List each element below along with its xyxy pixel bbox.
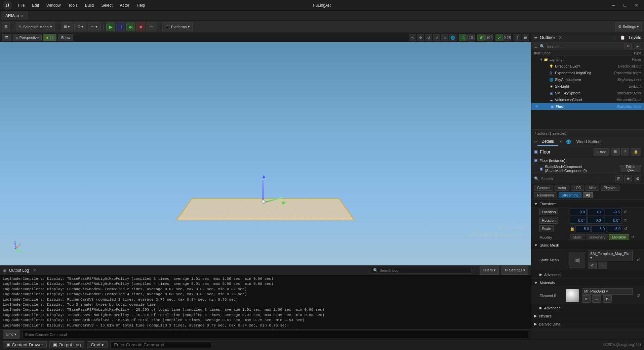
cat-lod[interactable]: LOD — [571, 185, 585, 191]
tab-armap-close[interactable]: ✕ — [21, 14, 24, 18]
stop-button[interactable]: ■ — [136, 23, 145, 31]
cat-actor[interactable]: Actor — [555, 185, 569, 191]
world-tool[interactable]: 🌐 — [449, 34, 456, 41]
details-settings-btn[interactable]: ⚙ — [634, 175, 641, 182]
outliner-search-input[interactable] — [547, 44, 622, 48]
static-mesh-component-row[interactable]: ▣ StaticMeshComponent (StaticMeshCompone… — [531, 164, 644, 174]
cat-streaming[interactable]: Streaming — [559, 192, 581, 198]
details-lock-btn[interactable]: 🔒 — [631, 148, 641, 156]
mobility-stationary[interactable]: Stationary — [586, 234, 609, 240]
3d-viewport[interactable]: ▲ ▶ X Y Z 激活 Windows — [0, 42, 531, 265]
scale-y-input[interactable] — [591, 225, 606, 232]
transform-button[interactable]: ⊞ ▾ — [61, 23, 73, 31]
viewport-options-button[interactable]: ☰ — [2, 34, 11, 41]
physics-section-header[interactable]: ▶ Physics — [531, 312, 644, 320]
cmd-dropdown[interactable]: Cmd ▾ — [3, 330, 19, 339]
lit-button[interactable]: ● Lit — [43, 34, 56, 41]
rotate-size[interactable]: 10° — [485, 34, 493, 41]
scale-x-input[interactable] — [575, 225, 591, 232]
floor-instance-row[interactable]: ▣ Floor (Instance) — [531, 157, 644, 164]
location-x-input[interactable] — [570, 209, 587, 215]
skip-button[interactable]: ⏭ — [126, 23, 135, 31]
mesh-select-dropdown[interactable]: SM_Template_Map_Flo ▾ — [588, 251, 633, 261]
minimize-button[interactable]: ─ — [608, 1, 618, 10]
location-z-input[interactable] — [605, 209, 621, 215]
tree-item-floor[interactable]: 👁 ▣ Floor StaticMeshActor — [531, 103, 644, 110]
output-log-search[interactable] — [379, 268, 469, 272]
grid-button[interactable]: ⊡ ▾ — [74, 23, 86, 31]
tree-item-skysphere[interactable]: ▣ SM_SkySphere StaticMeshActor — [531, 90, 644, 96]
translate-tool[interactable]: ✛ — [417, 34, 424, 41]
menu-actor[interactable]: Actor — [117, 2, 133, 9]
platforms-button[interactable]: 📱 Platforms ▾ — [162, 23, 193, 31]
viewport-layout[interactable]: ⊞ — [522, 34, 529, 41]
mesh-browse-btn[interactable]: ↺ — [588, 262, 597, 269]
menu-help[interactable]: Help — [133, 2, 149, 9]
scale-reset-btn[interactable]: ↺ — [623, 226, 629, 232]
log-settings-button[interactable]: ⚙ Settings ▾ — [501, 266, 528, 275]
cat-all[interactable]: All — [583, 192, 593, 198]
rotation-reset-btn[interactable]: ↺ — [622, 217, 628, 223]
rotation-x-input[interactable] — [570, 217, 587, 224]
visibility-eye-icon[interactable]: 👁 — [534, 104, 539, 109]
cat-general[interactable]: General — [534, 185, 553, 191]
menu-tools[interactable]: Tools — [65, 2, 81, 9]
pause-button[interactable]: ⏸ — [116, 23, 125, 31]
console-input-log[interactable] — [22, 331, 528, 338]
play-button[interactable]: ▶ — [106, 23, 115, 31]
tree-item-lighting[interactable]: ▼ 📁 Lighting Folder — [531, 56, 644, 63]
selection-mode-button[interactable]: ↖ Selection Mode ▾ — [16, 23, 55, 31]
grid-snap-toggle[interactable]: ⊞ — [459, 34, 467, 41]
menu-file[interactable]: File — [15, 2, 28, 9]
details-close-btn[interactable]: ✕ — [558, 140, 563, 143]
snap-button[interactable]: ⋯ ▾ — [88, 23, 100, 31]
mat-goto-btn[interactable]: → — [592, 295, 601, 303]
edit-cpp-btn[interactable]: Edit in C++ — [620, 165, 641, 172]
menu-window[interactable]: Window — [43, 2, 64, 9]
console-input-status[interactable] — [110, 341, 211, 348]
filters-button[interactable]: Filters ▾ — [480, 266, 499, 275]
tab-armap[interactable]: ARMap ✕ — [1, 11, 28, 20]
location-y-input[interactable] — [587, 209, 604, 215]
material-reset-btn[interactable]: ↺ — [635, 293, 641, 299]
close-button[interactable]: ✕ — [631, 1, 641, 10]
outliner-settings-btn[interactable]: ⚙ — [625, 43, 632, 50]
location-reset-btn[interactable]: ↺ — [622, 209, 628, 215]
scale-dropdown[interactable]: Scale — [539, 225, 554, 232]
play-options-button[interactable]: ⋯ — [147, 23, 156, 31]
material-dropdown[interactable]: MI_ProcGrid ▾ — [582, 288, 633, 295]
transform-tool[interactable]: ⊕ — [441, 34, 448, 41]
details-search-input[interactable] — [541, 177, 613, 181]
materials-section-header[interactable]: ▼ Materials — [531, 279, 644, 287]
scale-tool[interactable]: ⤢ — [433, 34, 440, 41]
scale-lock-icon[interactable]: 🔒 — [570, 226, 575, 231]
scale-size[interactable]: 0.25 — [504, 34, 511, 41]
outliner-close[interactable]: ✕ — [559, 35, 562, 40]
maximize-button[interactable]: □ — [620, 1, 630, 10]
scale-z-input[interactable] — [607, 225, 622, 232]
mesh-goto-btn[interactable]: → — [598, 262, 607, 269]
derived-data-section-header[interactable]: ▶ Derived Data — [531, 320, 644, 328]
tree-item-directionallight[interactable]: 💡 DirectionalLight DirectionalLight — [531, 63, 644, 70]
rotate-snap-toggle[interactable]: ↺ — [477, 34, 485, 41]
add-component-button[interactable]: + Add — [594, 148, 609, 156]
details-grid-btn[interactable]: ⊞ — [615, 175, 622, 182]
advanced-section-1[interactable]: ▶ Advanced — [531, 271, 644, 279]
cat-rendering[interactable]: Rendering — [534, 192, 557, 198]
tree-item-fog[interactable]: 🌫 ExponentialHeightFog ExponentialHeight — [531, 70, 644, 76]
static-mesh-reset-btn[interactable]: ↺ — [635, 257, 641, 263]
output-log-close[interactable]: ✕ — [33, 268, 36, 273]
tree-item-skylight[interactable]: ☀ SkyLight SkyLight — [531, 83, 644, 90]
cmd-status-button[interactable]: Cmd ▾ — [87, 341, 108, 348]
static-mesh-section-header[interactable]: ▼ Static Mesh — [531, 241, 644, 249]
tree-item-skyatmosphere[interactable]: 🌐 SkyAtmosphere SkyAtmosphere — [531, 76, 644, 83]
show-button[interactable]: Show — [58, 34, 73, 41]
rotation-y-input[interactable] — [587, 217, 604, 224]
select-tool[interactable]: ↖ — [409, 34, 416, 41]
outliner-add-btn[interactable]: + — [634, 43, 641, 50]
world-settings-tab[interactable]: World Settings — [572, 138, 607, 145]
details-help-btn[interactable]: ? — [621, 148, 629, 156]
rotation-z-input[interactable] — [605, 217, 621, 224]
menu-build[interactable]: Build — [82, 2, 97, 9]
layout-button[interactable]: ☰ — [2, 23, 10, 31]
